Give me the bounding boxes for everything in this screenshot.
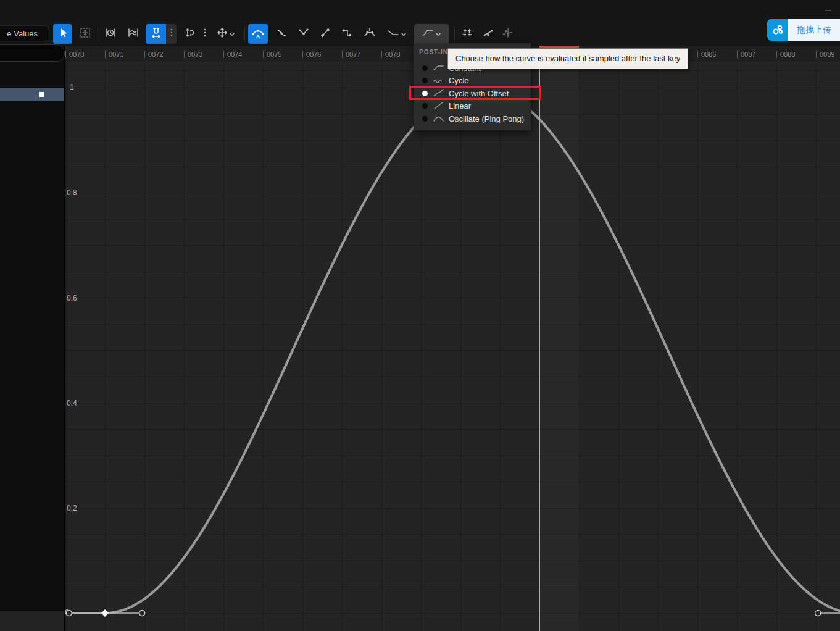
ruler-frame-label: 0070 xyxy=(69,51,84,58)
ruler-tick xyxy=(144,51,145,58)
post-infinity-button[interactable] xyxy=(414,24,449,44)
ruler-frame-label: 0076 xyxy=(306,51,321,58)
ruler-frame-label: 0075 xyxy=(267,51,281,58)
ruler-tick xyxy=(737,51,738,58)
curve-filter-button[interactable] xyxy=(498,24,518,44)
y-axis-label: 0 xyxy=(65,608,86,617)
radio-icon xyxy=(422,78,428,83)
oscillate-curve-icon xyxy=(433,113,446,124)
linear-tangent-icon xyxy=(319,27,331,41)
radio-icon xyxy=(422,103,428,109)
normalized-view-button[interactable] xyxy=(123,24,143,44)
snap-time-button[interactable] xyxy=(146,24,166,44)
constant-tangent-icon xyxy=(341,27,353,41)
auto-tangent-icon: A xyxy=(251,26,265,42)
snap-time-icon xyxy=(150,27,162,41)
y-axis-label: 0.2 xyxy=(67,504,88,512)
ruler-frame-label: 0086 xyxy=(701,51,716,58)
snap-options-button[interactable] xyxy=(201,24,209,44)
ruler-frame-cell: 0077 xyxy=(342,46,381,62)
tooltip: Choose how the curve is evaluated if sam… xyxy=(447,48,688,69)
ellipsis-v-icon xyxy=(203,27,207,41)
ruler-frame-label: 0077 xyxy=(346,51,360,58)
constant-curve-icon xyxy=(433,62,446,73)
ruler-tick xyxy=(776,51,777,58)
ruler-frame-cell: 0070 xyxy=(65,46,105,62)
constant-tangent-button[interactable] xyxy=(337,24,357,44)
smooth-tangent-button[interactable] xyxy=(272,24,291,44)
toolbar-separator xyxy=(244,27,245,41)
flatten-tangents-button[interactable] xyxy=(457,24,476,44)
auto-tangent-button[interactable]: A xyxy=(248,24,268,44)
snap-time-options-button[interactable] xyxy=(166,24,177,44)
curve-values-filter[interactable]: e Values xyxy=(0,25,48,41)
weighted-tangent-button[interactable] xyxy=(359,24,380,44)
time-range-button[interactable] xyxy=(100,24,120,44)
ruler-frame-label: 0073 xyxy=(188,51,202,58)
baidu-netdisk-icon xyxy=(767,19,788,41)
linear-tangent-button[interactable] xyxy=(315,24,335,44)
cursor-icon xyxy=(57,27,69,41)
menu-item-linear[interactable]: Linear xyxy=(414,100,531,112)
ruler-frame-label: 0087 xyxy=(741,51,755,58)
y-axis-label: 0.8 xyxy=(67,188,88,197)
ruler-tick xyxy=(342,51,343,58)
snap-value-button[interactable] xyxy=(180,24,199,44)
track-color-swatch xyxy=(39,92,44,97)
y-axis-label: 0.6 xyxy=(67,294,88,303)
toolbar-separator xyxy=(98,27,98,41)
ruler-tick xyxy=(302,51,303,58)
ruler-tick xyxy=(105,51,106,58)
ruler-tick xyxy=(381,51,382,58)
tree-search-input[interactable] xyxy=(0,44,65,62)
ruler-frame-cell: 0072 xyxy=(144,46,184,62)
pre-infinity-icon xyxy=(386,27,400,41)
clock-range-icon xyxy=(104,27,117,41)
menu-item-cycle[interactable]: Cycle xyxy=(414,75,531,87)
chevron-down-icon xyxy=(435,28,442,40)
cycle-curve-icon xyxy=(433,75,446,86)
ruler-frame-cell: 0073 xyxy=(184,46,223,62)
marquee-move-icon xyxy=(79,27,91,41)
current-frame-band xyxy=(539,62,579,631)
window-titlebar xyxy=(0,0,840,22)
pre-infinity-button[interactable] xyxy=(383,24,410,44)
ruler-frame-cell: 0071 xyxy=(105,46,144,62)
ruler-frame-label: 0089 xyxy=(820,51,834,58)
transform-tools-button[interactable] xyxy=(211,24,241,44)
ruler-frame-cell: 0075 xyxy=(263,46,302,62)
ruler-tick xyxy=(263,51,264,58)
ellipsis-v-icon xyxy=(170,27,173,41)
ruler-tick xyxy=(697,51,698,58)
y-axis-label: 0.4 xyxy=(67,399,88,407)
waves-icon xyxy=(127,27,140,41)
smooth-tangent-icon xyxy=(275,27,288,41)
ruler-tick xyxy=(184,51,185,58)
playhead-line[interactable] xyxy=(539,62,540,631)
selected-track-row[interactable] xyxy=(0,88,64,101)
annotation-highlight-rectangle xyxy=(409,86,541,100)
radio-icon xyxy=(422,65,428,71)
tree-panel-footer xyxy=(0,611,64,631)
menu-item-oscillate[interactable]: Oscillate (Ping Pong) xyxy=(414,112,531,125)
ruler-frame-cell: 0087 xyxy=(737,46,776,62)
ruler-tick xyxy=(65,51,66,58)
snap-value-icon xyxy=(184,27,196,41)
weighted-tangent-icon xyxy=(363,27,376,41)
marquee-move-tool-button[interactable] xyxy=(75,24,94,44)
minimize-button[interactable]: – xyxy=(821,2,836,17)
straighten-tangents-button[interactable] xyxy=(478,24,497,44)
curve-graph-surface[interactable] xyxy=(64,62,840,631)
playback-range-marker[interactable] xyxy=(539,46,579,48)
ruler-frame-cell: 0089 xyxy=(816,46,840,62)
toolbar-separator xyxy=(454,27,455,41)
drag-upload-button[interactable]: 拖拽上传 xyxy=(788,19,840,41)
ruler-tick xyxy=(816,51,817,58)
ruler-frame-cell: 0086 xyxy=(697,46,737,62)
chevron-down-icon xyxy=(228,28,236,40)
select-tool-button[interactable] xyxy=(53,24,72,44)
cloud-upload-widget[interactable]: 拖拽上传 xyxy=(767,19,840,41)
ruler-frame-label: 0074 xyxy=(227,51,242,58)
y-axis-label: 1 xyxy=(70,83,91,91)
break-tangent-button[interactable] xyxy=(294,24,314,44)
